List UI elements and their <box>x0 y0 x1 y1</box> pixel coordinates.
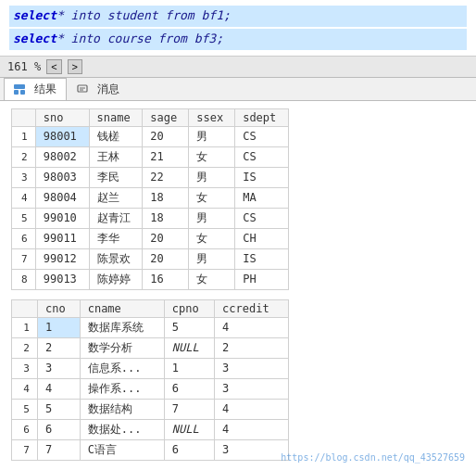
table-cell[interactable]: 数据结构 <box>80 399 164 419</box>
table-cell[interactable]: 操作系... <box>80 378 164 399</box>
table-cell[interactable]: C语言 <box>80 439 164 460</box>
sql-line-2: select* into course from bf3; <box>9 29 467 50</box>
table-cell[interactable]: 20 <box>143 126 189 146</box>
table-cell[interactable]: 男 <box>189 126 235 146</box>
table-cell[interactable]: 陈婷婷 <box>89 269 143 289</box>
table-cell[interactable]: 98004 <box>35 187 89 208</box>
table-cell[interactable]: 18 <box>143 208 189 228</box>
table-cell[interactable]: 21 <box>143 146 189 167</box>
table-cell[interactable]: 22 <box>143 167 189 187</box>
table-cell[interactable]: CH <box>235 228 289 248</box>
watermark: https://blog.csdn.net/qq_43527659 <box>281 452 465 463</box>
table-row: 11数据库系统54 <box>12 317 289 337</box>
col-sdept: sdept <box>235 108 289 126</box>
table-cell[interactable]: 4 <box>215 419 289 439</box>
table-cell[interactable]: NULL <box>164 419 214 439</box>
table-cell[interactable]: MA <box>235 187 289 208</box>
table-cell[interactable]: 3 <box>37 358 80 378</box>
table-cell[interactable]: 3 <box>215 378 289 399</box>
table-cell[interactable]: 数据库系统 <box>80 317 164 337</box>
zoom-label: 161 % <box>7 60 41 73</box>
row-number: 6 <box>12 228 36 248</box>
table-cell[interactable]: 3 <box>215 358 289 378</box>
table-cell[interactable]: 99012 <box>35 248 89 269</box>
table-cell[interactable]: 99011 <box>35 228 89 248</box>
table-cell[interactable]: 数学分析 <box>80 337 164 358</box>
row-number: 1 <box>12 126 36 146</box>
table-cell[interactable]: 5 <box>164 317 214 337</box>
table-cell[interactable]: 2 <box>37 337 80 358</box>
table-cell[interactable]: 20 <box>143 228 189 248</box>
table-cell[interactable]: 1 <box>37 317 80 337</box>
table-cell[interactable]: 女 <box>189 269 235 289</box>
table-cell[interactable]: CS <box>235 126 289 146</box>
table-cell[interactable]: PH <box>235 269 289 289</box>
table-row: 33信息系...13 <box>12 358 289 378</box>
zoom-increase-button[interactable]: > <box>68 59 82 74</box>
table-cell[interactable]: 1 <box>164 358 214 378</box>
table-cell[interactable]: 98002 <box>35 146 89 167</box>
table-cell[interactable]: 2 <box>215 337 289 358</box>
table-cell[interactable]: 女 <box>189 187 235 208</box>
col-sno: sno <box>35 108 89 126</box>
tab-results[interactable]: 结果 <box>4 78 67 100</box>
table-cell[interactable]: 4 <box>215 399 289 419</box>
results-area: sno sname sage ssex sdept 198001钱槎20男CS2… <box>0 101 476 470</box>
table-cell[interactable]: 赵青江 <box>89 208 143 228</box>
table-row: 66数据处...NULL4 <box>12 419 289 439</box>
table-cell[interactable]: 4 <box>215 317 289 337</box>
table-cell[interactable]: 女 <box>189 146 235 167</box>
table-cell[interactable]: 信息系... <box>80 358 164 378</box>
table-cell[interactable]: 4 <box>37 378 80 399</box>
table-cell[interactable]: 16 <box>143 269 189 289</box>
table-cell[interactable]: 18 <box>143 187 189 208</box>
table-cell[interactable]: CS <box>235 146 289 167</box>
zoom-decrease-button[interactable]: < <box>46 59 61 74</box>
table-cell[interactable]: 3 <box>215 439 289 460</box>
table-cell[interactable]: 女 <box>189 228 235 248</box>
table-cell[interactable]: 陈景欢 <box>89 248 143 269</box>
table-row: 799012陈景欢20男IS <box>12 248 289 269</box>
table-cell[interactable]: 钱槎 <box>89 126 143 146</box>
table-cell[interactable]: 6 <box>164 439 214 460</box>
table-cell[interactable]: 5 <box>37 399 80 419</box>
row-number: 5 <box>12 399 38 419</box>
table-cell[interactable]: 98001 <box>35 126 89 146</box>
table-row: 398003李民22男IS <box>12 167 289 187</box>
table-cell[interactable]: 7 <box>37 439 80 460</box>
table-cell[interactable]: IS <box>235 248 289 269</box>
svg-rect-2 <box>20 90 25 95</box>
tab-messages-label: 消息 <box>97 83 119 95</box>
table-cell[interactable]: 赵兰 <box>89 187 143 208</box>
row-number: 3 <box>12 358 38 378</box>
tab-messages[interactable]: 消息 <box>67 78 130 100</box>
col-cpno: cpno <box>164 299 214 317</box>
table-cell[interactable]: 99010 <box>35 208 89 228</box>
table-cell[interactable]: 99013 <box>35 269 89 289</box>
table-cell[interactable]: 王林 <box>89 146 143 167</box>
table-cell[interactable]: 李华 <box>89 228 143 248</box>
table-cell[interactable]: 6 <box>37 419 80 439</box>
table-cell[interactable]: 98003 <box>35 167 89 187</box>
table-cell[interactable]: 20 <box>143 248 189 269</box>
student-table: sno sname sage ssex sdept 198001钱槎20男CS2… <box>11 108 289 290</box>
row-number: 7 <box>12 439 38 460</box>
table-row: 55数据结构74 <box>12 399 289 419</box>
table-cell[interactable]: 李民 <box>89 167 143 187</box>
table-cell[interactable]: 男 <box>189 248 235 269</box>
table-row: 44操作系...63 <box>12 378 289 399</box>
table-cell[interactable]: NULL <box>164 337 214 358</box>
table-cell[interactable]: 男 <box>189 208 235 228</box>
tabs-bar: 结果 消息 <box>0 78 476 101</box>
table-cell[interactable]: IS <box>235 167 289 187</box>
table-icon <box>14 84 25 95</box>
table-cell[interactable]: 7 <box>164 399 214 419</box>
table-cell[interactable]: 数据处... <box>80 419 164 439</box>
svg-rect-0 <box>14 84 25 89</box>
col-cname: cname <box>80 299 164 317</box>
table-cell[interactable]: 男 <box>189 167 235 187</box>
table-cell[interactable]: 6 <box>164 378 214 399</box>
row-number: 2 <box>12 146 36 167</box>
table-row: 298002王林21女CS <box>12 146 289 167</box>
table-cell[interactable]: CS <box>235 208 289 228</box>
